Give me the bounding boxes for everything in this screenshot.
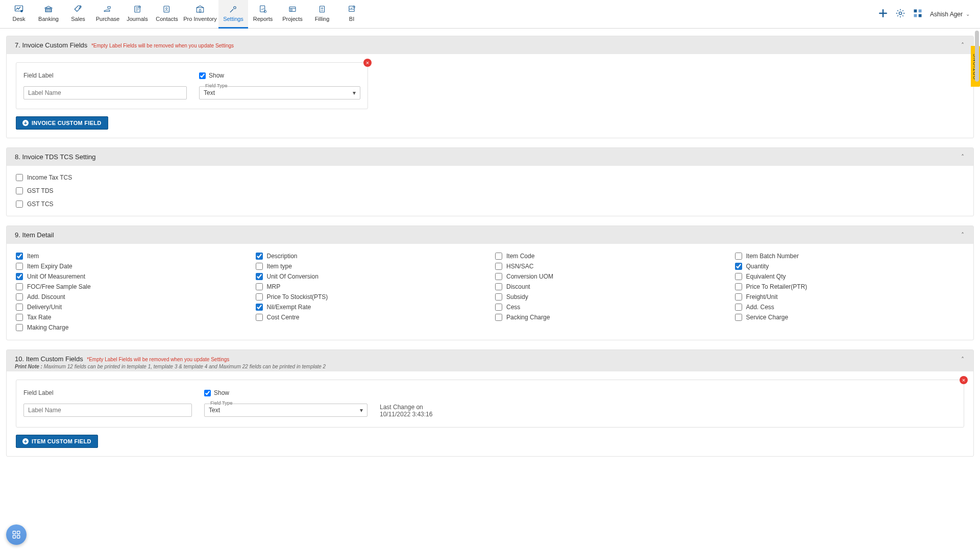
item-detail-checkbox[interactable]: [16, 263, 23, 270]
item-detail-checkbox[interactable]: [16, 314, 23, 321]
checkbox-label: Quantity: [746, 263, 769, 270]
item-detail-checkbox[interactable]: [256, 293, 263, 300]
nav-item-purchase[interactable]: Purchase: [93, 0, 122, 29]
item-detail-checkbox[interactable]: [735, 314, 742, 321]
add-invoice-custom-field-button[interactable]: + INVOICE CUSTOM FIELD: [16, 116, 108, 130]
checkbox-label: Delivery/Unit: [27, 304, 62, 311]
checkbox-label: Unit Of Conversion: [267, 273, 318, 280]
nav-item-contacts[interactable]: Contacts: [152, 0, 182, 29]
reports-icon: [257, 5, 268, 14]
button-label: INVOICE CUSTOM FIELD: [32, 120, 102, 126]
item-detail-checkbox[interactable]: [495, 283, 502, 290]
nav-item-desk[interactable]: Desk: [4, 0, 34, 29]
item-detail-checkbox[interactable]: [256, 273, 263, 280]
checkbox-income-tax-tcs[interactable]: [16, 174, 23, 181]
add-item-custom-field-button[interactable]: + ITEM CUSTOM FIELD: [16, 435, 98, 448]
show-checkbox[interactable]: [199, 72, 206, 79]
item-detail-checkbox[interactable]: [16, 283, 23, 290]
field-label-caption: Field Label: [23, 72, 187, 79]
field-type-select[interactable]: Text: [199, 86, 360, 99]
field-type-select-wrap: Field Type Text: [204, 404, 368, 418]
item-detail-checkbox[interactable]: [16, 293, 23, 300]
checkbox-label: GST TCS: [27, 201, 54, 208]
remove-field-button[interactable]: ×: [960, 376, 968, 384]
nav-item-sales[interactable]: Sales: [63, 0, 93, 29]
item-detail-checkbox[interactable]: [16, 253, 23, 260]
nav-label: Filling: [315, 16, 330, 22]
panel-body: Income Tax TCS GST TDS GST TCS: [7, 166, 973, 216]
checkbox-item: Subsidy: [495, 293, 725, 301]
nav-item-projects[interactable]: Projects: [278, 0, 307, 29]
checkbox-gst-tds[interactable]: [16, 187, 23, 194]
add-icon[interactable]: [878, 8, 888, 20]
apps-icon[interactable]: [913, 8, 923, 20]
item-detail-checkbox[interactable]: [495, 253, 502, 260]
svg-point-1: [20, 10, 23, 13]
topnav-right: Ashish Ager ⌄: [878, 8, 976, 20]
nav-item-pro-inventory[interactable]: Pro Inventory: [182, 0, 218, 29]
item-detail-checkbox[interactable]: [495, 293, 502, 300]
item-detail-checkbox[interactable]: [16, 324, 23, 331]
checkbox-item: [735, 323, 965, 332]
gear-icon[interactable]: [895, 8, 905, 20]
nav-item-filling[interactable]: Filling: [307, 0, 337, 29]
checkbox-item: Description: [256, 252, 485, 260]
checkbox-label: Price To Stockist(PTS): [267, 293, 328, 300]
item-detail-checkbox[interactable]: [735, 283, 742, 290]
user-menu[interactable]: Ashish Ager ⌄: [930, 11, 970, 18]
nav-item-settings[interactable]: Settings: [218, 0, 248, 29]
panel-body: × Field Label Show Field Type Text Last …: [7, 371, 973, 456]
panel-header[interactable]: 10. Item Custom Fields *Empty Label Fiel…: [7, 350, 973, 371]
nav-item-reports[interactable]: Reports: [248, 0, 278, 29]
print-note: Print Note : Maximum 12 fields can be pr…: [15, 364, 326, 369]
scrollbar-thumb[interactable]: [975, 31, 979, 82]
checkbox-label: Item type: [267, 263, 292, 270]
nav-item-banking[interactable]: Banking: [34, 0, 63, 29]
item-detail-checkbox[interactable]: [256, 304, 263, 311]
panel-item-custom-fields: 10. Item Custom Fields *Empty Label Fiel…: [6, 349, 974, 457]
svg-rect-10: [200, 10, 201, 12]
tds-checkbox-list: Income Tax TCS GST TDS GST TCS: [16, 174, 964, 208]
panel-header[interactable]: 7. Invoice Custom Fields *Empty Label Fi…: [7, 36, 973, 54]
label-name-input[interactable]: [23, 86, 187, 99]
checkbox-item: MRP: [256, 283, 485, 291]
item-detail-checkbox[interactable]: [735, 263, 742, 270]
item-detail-checkbox[interactable]: [735, 253, 742, 260]
item-detail-checkbox[interactable]: [16, 273, 23, 280]
item-detail-checkbox[interactable]: [256, 314, 263, 321]
item-detail-checkbox[interactable]: [735, 304, 742, 311]
label-name-input[interactable]: [23, 404, 192, 417]
checkbox-item: Nil/Exempt Rate: [256, 303, 485, 311]
checkbox-gst-tcs[interactable]: [16, 201, 23, 208]
item-detail-checkbox[interactable]: [495, 263, 502, 270]
item-detail-checkbox[interactable]: [495, 314, 502, 321]
checkbox-item: Item Batch Number: [735, 252, 965, 260]
item-detail-checkbox[interactable]: [735, 293, 742, 300]
field-label-caption: Field Label: [23, 389, 192, 396]
nav-item-bi[interactable]: BI: [337, 0, 366, 29]
checkbox-label: Tax Rate: [27, 314, 51, 321]
panel-header[interactable]: 9. Item Detail ˄: [7, 226, 973, 244]
show-label: Show: [214, 389, 229, 396]
item-detail-checkbox[interactable]: [256, 263, 263, 270]
item-detail-checkbox[interactable]: [256, 253, 263, 260]
chevron-down-icon: ⌄: [966, 11, 970, 17]
nav-label: Sales: [71, 16, 85, 22]
panel-invoice-tds-tcs: 8. Invoice TDS TCS Setting ˄ Income Tax …: [6, 147, 974, 216]
item-detail-checkbox[interactable]: [735, 273, 742, 280]
remove-field-button[interactable]: ×: [363, 59, 372, 67]
field-type-select[interactable]: Text: [204, 404, 368, 417]
item-detail-checkbox[interactable]: [495, 304, 502, 311]
checkbox-label: Subsidy: [506, 293, 528, 300]
checkbox-item: Packing Charge: [495, 313, 725, 321]
item-detail-checkbox[interactable]: [16, 304, 23, 311]
checkbox-label: Item Expiry Date: [27, 263, 72, 270]
checkbox-item: Unit Of Conversion: [256, 272, 485, 281]
show-checkbox[interactable]: [204, 390, 211, 396]
checkbox-item: Quantity: [735, 262, 965, 270]
panel-header[interactable]: 8. Invoice TDS TCS Setting ˄: [7, 148, 973, 166]
nav-item-journals[interactable]: Journals: [122, 0, 152, 29]
item-detail-checkbox[interactable]: [256, 283, 263, 290]
checkbox-label: Conversion UOM: [506, 273, 553, 280]
item-detail-checkbox[interactable]: [495, 273, 502, 280]
